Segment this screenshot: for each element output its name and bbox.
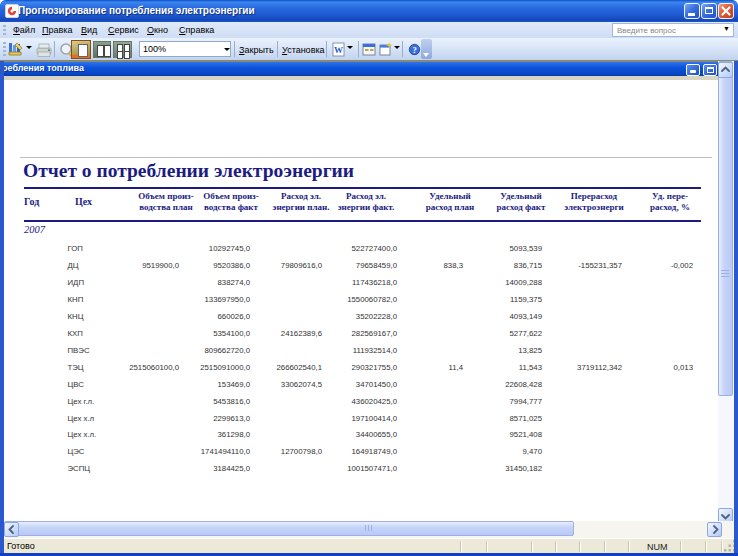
svg-text:?: ?	[412, 45, 416, 55]
svg-text:W: W	[334, 45, 343, 55]
